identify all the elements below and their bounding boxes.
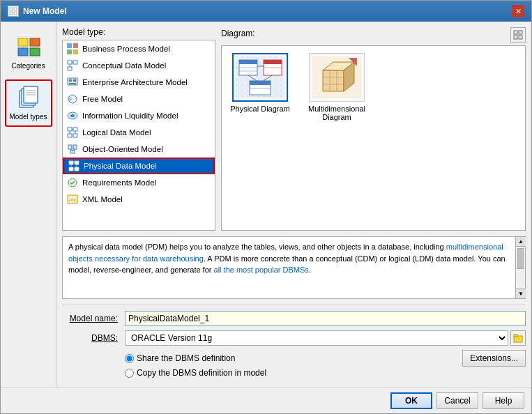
diagram-header: Diagram: bbox=[221, 27, 526, 43]
ilm-label: Information Liquidity Model bbox=[82, 112, 178, 120]
svg-rect-7 bbox=[30, 48, 40, 56]
oom-label: Object-Oriented Model bbox=[82, 145, 163, 153]
free-label: Free Model bbox=[82, 95, 123, 103]
scroll-down-arrow[interactable]: ▼ bbox=[516, 289, 526, 298]
dialog-title: New Model bbox=[23, 6, 67, 16]
description-scrollbar: ▲ ▼ bbox=[516, 236, 526, 299]
req-label: Requirements Model bbox=[82, 178, 156, 187]
radio-share[interactable] bbox=[125, 354, 134, 363]
sidebar: Categories Model types bbox=[1, 22, 56, 388]
bpm-icon bbox=[67, 43, 78, 54]
cancel-button[interactable]: Cancel bbox=[436, 392, 478, 409]
grid-view-icon bbox=[513, 30, 523, 40]
svg-rect-32 bbox=[73, 128, 77, 131]
radio-row-2: Copy the DBMS definition in model bbox=[62, 368, 526, 378]
model-type-ldm[interactable]: Logical Data Model bbox=[63, 124, 215, 141]
dbms-label: DBMS: bbox=[62, 333, 125, 343]
folder-icon bbox=[513, 333, 523, 343]
svg-rect-31 bbox=[68, 128, 72, 131]
description-text: A physical data model (PDM) helps you to… bbox=[62, 236, 516, 299]
svg-rect-70 bbox=[250, 81, 271, 85]
model-type-label: Model type: bbox=[62, 27, 215, 37]
svg-rect-66 bbox=[264, 60, 282, 64]
categories-label: Categories bbox=[11, 62, 45, 70]
diagram-item-multidimensional[interactable]: Multidimensional Diagram bbox=[305, 53, 368, 121]
ilm-icon bbox=[67, 110, 78, 121]
model-type-pdm[interactable]: Physical Data Model bbox=[63, 158, 215, 174]
xml-icon: <XML> bbox=[67, 194, 78, 205]
description-container: A physical data model (PDM) helps you to… bbox=[62, 236, 526, 299]
help-button[interactable]: Help bbox=[482, 392, 524, 409]
ok-button[interactable]: OK bbox=[390, 392, 432, 409]
svg-marker-75 bbox=[323, 70, 344, 91]
model-types-label: Model types bbox=[10, 113, 47, 121]
title-bar-left: New Model bbox=[8, 6, 67, 17]
radio-share-label[interactable]: Share the DBMS definition bbox=[125, 353, 235, 363]
svg-rect-62 bbox=[239, 60, 257, 64]
model-type-xml[interactable]: <XML> XML Model bbox=[63, 191, 215, 208]
svg-rect-6 bbox=[30, 38, 40, 46]
xml-label: XML Model bbox=[82, 195, 123, 204]
model-type-free[interactable]: F Free Model bbox=[63, 91, 215, 107]
radio-copy-label[interactable]: Copy the DBMS definition in model bbox=[125, 368, 266, 378]
model-type-cdm[interactable]: Conceptual Data Model bbox=[63, 57, 215, 74]
svg-rect-34 bbox=[73, 134, 77, 137]
model-type-list: Business Process Model Conceptu bbox=[62, 40, 215, 231]
svg-rect-14 bbox=[67, 43, 72, 48]
categories-icon bbox=[16, 34, 41, 59]
dialog-icon bbox=[8, 6, 19, 17]
svg-rect-43 bbox=[69, 161, 73, 164]
svg-rect-3 bbox=[14, 12, 17, 15]
dbms-browse-button[interactable] bbox=[510, 330, 526, 346]
title-bar: New Model ✕ bbox=[1, 1, 531, 22]
radio-copy[interactable] bbox=[125, 369, 134, 378]
model-name-input[interactable] bbox=[125, 311, 526, 326]
close-button[interactable]: ✕ bbox=[512, 5, 524, 17]
scroll-up-arrow[interactable]: ▲ bbox=[516, 237, 526, 247]
dialog-body: Categories Model types bbox=[1, 22, 531, 388]
extensions-button[interactable]: Extensions... bbox=[462, 350, 526, 367]
req-icon bbox=[67, 177, 78, 188]
multidimensional-diagram-label: Multidimensional Diagram bbox=[305, 105, 368, 121]
model-name-label: Model name: bbox=[62, 314, 125, 323]
svg-rect-54 bbox=[514, 31, 517, 34]
model-type-oom[interactable]: Object-Oriented Model bbox=[63, 141, 215, 158]
scroll-thumb[interactable] bbox=[517, 248, 524, 269]
multidimensional-diagram-thumb bbox=[309, 53, 365, 102]
svg-rect-46 bbox=[75, 167, 79, 171]
cdm-label: Conceptual Data Model bbox=[82, 61, 166, 70]
svg-rect-26 bbox=[69, 83, 76, 84]
ldm-label: Logical Data Model bbox=[82, 128, 151, 137]
svg-rect-45 bbox=[69, 167, 73, 171]
model-type-ilm[interactable]: Information Liquidity Model bbox=[63, 107, 215, 124]
svg-text:<XML>: <XML> bbox=[68, 198, 78, 202]
svg-rect-33 bbox=[68, 134, 72, 137]
svg-rect-24 bbox=[69, 79, 72, 82]
sidebar-item-model-types[interactable]: Model types bbox=[5, 79, 52, 127]
svg-point-30 bbox=[70, 114, 75, 117]
diagram-item-physical[interactable]: Physical Diagram bbox=[229, 53, 291, 121]
form-area: Model name: DBMS: ORACLE Version 11g bbox=[62, 305, 526, 382]
svg-rect-44 bbox=[75, 161, 79, 164]
diagram-view-toggle[interactable] bbox=[510, 27, 526, 43]
model-type-req[interactable]: Requirements Model bbox=[63, 174, 215, 191]
eam-label: Enterprise Architecture Model bbox=[82, 78, 188, 86]
bpm-label: Business Process Model bbox=[82, 45, 170, 53]
sidebar-item-categories[interactable]: Categories bbox=[5, 29, 52, 76]
physical-diagram-label: Physical Diagram bbox=[230, 105, 290, 113]
diagram-panel: Diagram: bbox=[221, 27, 526, 231]
model-type-panel: Model type: Business Process Model bbox=[62, 27, 215, 231]
oom-icon bbox=[67, 144, 78, 155]
svg-rect-57 bbox=[519, 36, 522, 39]
model-type-eam[interactable]: Enterprise Architecture Model bbox=[63, 74, 215, 91]
main-content: Model type: Business Process Model bbox=[56, 22, 531, 388]
svg-rect-17 bbox=[73, 49, 78, 54]
top-area: Model type: Business Process Model bbox=[62, 27, 526, 231]
svg-rect-39 bbox=[73, 145, 77, 149]
cdm-icon bbox=[67, 60, 78, 71]
model-type-bpm[interactable]: Business Process Model bbox=[63, 40, 215, 57]
ldm-icon bbox=[67, 127, 78, 138]
dbms-select[interactable]: ORACLE Version 11g bbox=[125, 330, 508, 346]
svg-rect-38 bbox=[68, 145, 72, 149]
svg-rect-84 bbox=[514, 335, 517, 337]
